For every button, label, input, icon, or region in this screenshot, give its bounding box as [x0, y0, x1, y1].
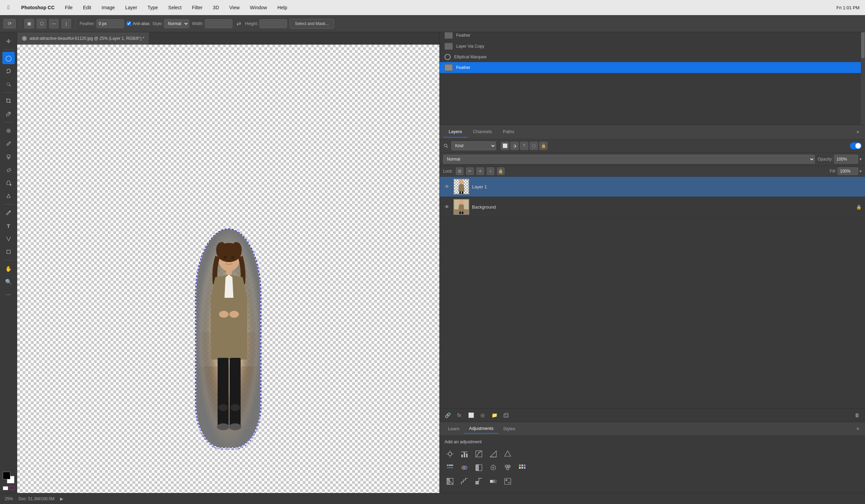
brush-tool[interactable] — [2, 138, 15, 150]
eyedropper-tool[interactable] — [2, 108, 15, 120]
adj-exposure-icon[interactable] — [488, 448, 499, 459]
tab-styles[interactable]: Styles — [498, 424, 520, 433]
fill-input[interactable] — [838, 167, 858, 175]
add-style-btn[interactable]: fx — [455, 411, 464, 420]
history-scrollbar[interactable] — [861, 27, 865, 125]
link-layers-btn[interactable]: 🔗 — [443, 411, 452, 420]
filter-adjust-icon[interactable]: ◑ — [510, 142, 519, 150]
crop-tool[interactable] — [2, 95, 15, 107]
menu-edit[interactable]: Edit — [81, 4, 93, 11]
adj-brightness-icon[interactable] — [445, 448, 455, 459]
apple-menu[interactable]:  — [5, 4, 12, 11]
history-item-layer-via-copy[interactable]: Layer Via Copy — [440, 41, 865, 52]
adj-hsl-icon[interactable] — [445, 462, 455, 473]
foreground-color-swatch[interactable] — [3, 472, 10, 479]
anti-alias-checkbox[interactable] — [127, 21, 131, 26]
menu-filter[interactable]: Filter — [190, 4, 205, 11]
marquee-tool[interactable]: ◯ — [2, 52, 15, 64]
history-item-elliptical[interactable]: Elliptical Marquee — [440, 52, 865, 62]
layer1-visibility-toggle[interactable]: 👁 — [443, 183, 451, 190]
adj-selectivecolor-icon[interactable] — [502, 476, 513, 487]
select-mask-button[interactable]: Select and Mask... — [290, 19, 334, 28]
filter-pixel-icon[interactable]: ⬜ — [501, 142, 509, 150]
adj-bw-icon[interactable] — [473, 462, 484, 473]
eraser-tool[interactable] — [2, 164, 15, 176]
menu-image[interactable]: Image — [100, 4, 117, 11]
app-name-menu[interactable]: Photoshop CC — [19, 4, 57, 11]
filter-smart-icon[interactable]: 🔒 — [539, 142, 547, 150]
menu-select[interactable]: Select — [166, 4, 184, 11]
delete-layer-btn[interactable]: 🗑 — [853, 411, 862, 420]
layers-panel-menu[interactable]: ≡ — [854, 128, 862, 136]
menu-layer[interactable]: Layer — [123, 4, 139, 11]
height-input[interactable] — [260, 19, 287, 28]
lock-position-btn[interactable]: ✏ — [466, 167, 474, 175]
hand-tool[interactable]: ✋ — [2, 262, 15, 275]
paint-bucket-tool[interactable] — [2, 177, 15, 189]
quick-select-tool[interactable] — [2, 78, 15, 90]
pen-tool[interactable] — [2, 207, 15, 219]
tab-close-btn[interactable]: × — [22, 36, 27, 41]
menu-3d[interactable]: 3D — [211, 4, 221, 11]
arrow-btn[interactable]: ▶ — [60, 496, 63, 501]
rect-shape-tool[interactable] — [2, 246, 15, 258]
single-row-btn[interactable]: — — [49, 19, 59, 28]
blur-tool[interactable] — [2, 190, 15, 202]
default-colors-btn[interactable] — [3, 486, 8, 490]
adj-curves-icon[interactable] — [473, 448, 484, 459]
adj-gradient-map-icon[interactable] — [488, 476, 499, 487]
width-input[interactable] — [205, 19, 232, 28]
new-adjustment-btn[interactable]: ◎ — [478, 411, 487, 420]
menu-type[interactable]: Type — [146, 4, 160, 11]
path-select-tool[interactable] — [2, 233, 15, 245]
menu-view[interactable]: View — [227, 4, 242, 11]
lock-pixels-btn[interactable]: ⊞ — [456, 167, 463, 175]
style-select[interactable]: Normal — [164, 19, 189, 28]
rect-marquee-btn[interactable]: ▣ — [24, 19, 34, 28]
elliptical-marquee-btn[interactable]: ⬡ — [37, 19, 46, 28]
feather-input[interactable] — [96, 19, 124, 28]
new-layer-btn[interactable] — [501, 411, 510, 420]
tool-options-toggle[interactable]: ⟳ — [3, 19, 16, 28]
adj-invert-icon[interactable] — [445, 476, 455, 487]
tab-channels[interactable]: Channels — [468, 126, 497, 138]
fill-arrow[interactable]: ▾ — [860, 169, 862, 174]
adj-colorlookup-icon[interactable] — [517, 462, 528, 473]
adj-panel-menu[interactable]: ≡ — [854, 425, 862, 433]
foreground-background-swatches[interactable] — [3, 472, 14, 483]
opacity-input[interactable] — [834, 155, 858, 164]
tab-paths[interactable]: Paths — [497, 126, 520, 138]
new-group-btn[interactable]: 📁 — [490, 411, 499, 420]
menu-file[interactable]: File — [63, 4, 75, 11]
layer-item-background[interactable]: 👁 Background 🔒 — [440, 197, 865, 217]
swap-colors-btn[interactable] — [10, 486, 14, 490]
tab-adjustments[interactable]: Adjustments — [464, 424, 498, 434]
adj-channelmixer-icon[interactable] — [502, 462, 513, 473]
filter-shape-icon[interactable]: ⬡ — [530, 142, 538, 150]
layer-filter-select[interactable]: Kind — [451, 141, 496, 150]
spot-heal-tool[interactable] — [2, 125, 15, 137]
lasso-tool[interactable] — [2, 65, 15, 77]
add-mask-btn[interactable]: ⬜ — [466, 411, 475, 420]
opacity-arrow[interactable]: ▾ — [860, 157, 862, 162]
adj-threshold-icon[interactable] — [473, 476, 484, 487]
adj-photofilter-icon[interactable] — [488, 462, 499, 473]
adj-colorbalance-icon[interactable] — [459, 462, 470, 473]
canvas-wrapper[interactable] — [144, 222, 312, 458]
zoom-tool[interactable]: 🔍 — [2, 276, 15, 288]
swap-icon[interactable]: ⇄ — [235, 20, 242, 27]
tab-learn[interactable]: Learn — [443, 424, 464, 433]
lock-all-btn[interactable]: ⊹ — [487, 167, 494, 175]
history-item-feather-2[interactable]: Feather — [440, 62, 865, 73]
single-col-btn[interactable]: | — [61, 19, 71, 28]
move-tool[interactable]: ✛ — [2, 35, 15, 47]
tab-layers[interactable]: Layers — [443, 126, 468, 138]
lock-lock-btn[interactable]: 🔒 — [497, 167, 505, 175]
clone-tool[interactable] — [2, 151, 15, 163]
blend-mode-select[interactable]: Normal — [443, 155, 815, 164]
menu-window[interactable]: Window — [248, 4, 269, 11]
filter-type-icon[interactable]: T — [520, 142, 528, 150]
document-tab[interactable]: × adult-attractive-beautiful-61120.jpg @… — [17, 32, 149, 45]
menu-help[interactable]: Help — [275, 4, 289, 11]
adj-vibrance-icon[interactable] — [502, 448, 513, 459]
